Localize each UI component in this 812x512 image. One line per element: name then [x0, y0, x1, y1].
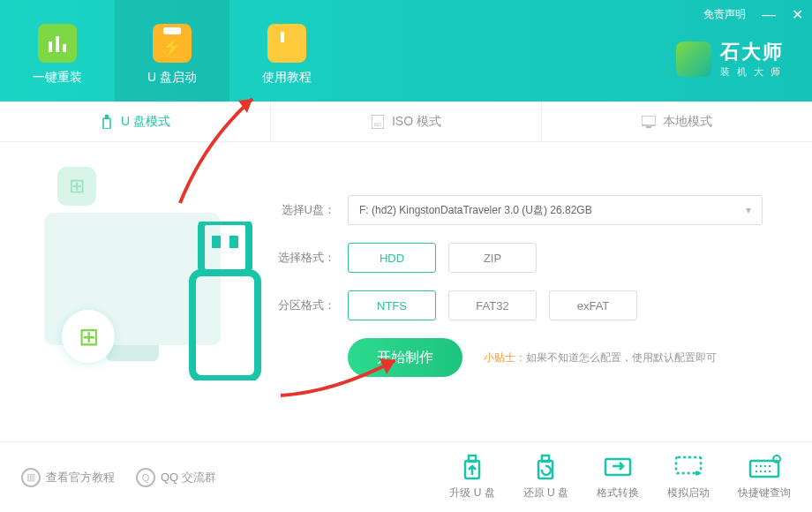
svg-rect-12 [212, 236, 221, 248]
tip-text: 小贴士：如果不知道怎么配置，使用默认配置即可 [484, 350, 717, 365]
main-content: ⊞ ⊞ 选择U盘： F: (hd2) KingstonDataTraveler … [0, 142, 812, 380]
nav-label: U 盘启动 [147, 70, 197, 86]
svg-rect-20 [542, 456, 549, 462]
svg-rect-13 [229, 236, 238, 248]
simulate-boot-button[interactable]: 模拟启动 [667, 454, 710, 501]
usb-plug-icon [185, 222, 265, 380]
restore-usb-button[interactable]: 还原 U 盘 [523, 454, 568, 501]
svg-rect-10 [646, 126, 651, 128]
svg-rect-1 [56, 36, 59, 52]
bottom-bar: ▥ 查看官方教程 Q QQ 交流群 升级 U 盘 还原 U 盘 格式转换 模拟启… [0, 441, 812, 512]
config-form: 选择U盘： F: (hd2) KingstonDataTraveler 3.0 … [274, 160, 786, 380]
nav-reinstall[interactable]: 一键重装 [0, 0, 115, 102]
svg-rect-24 [750, 461, 778, 477]
official-tutorial-link[interactable]: ▥ 查看官方教程 [21, 468, 115, 487]
windows-logo-icon: ⊞ [62, 310, 115, 363]
bar-chart-icon [38, 24, 77, 63]
keyboard-icon [747, 454, 782, 480]
tab-local-mode[interactable]: 本地模式 [542, 102, 812, 141]
iso-icon: ISO [371, 115, 385, 129]
book-open-icon: ▥ [21, 468, 41, 487]
usb-illustration: ⊞ ⊞ [26, 160, 256, 380]
mode-tabs: U 盘模式 ISO ISO 模式 本地模式 [0, 102, 812, 142]
nav-label: 一键重装 [33, 70, 82, 86]
svg-rect-9 [642, 116, 656, 125]
format-label: 选择格式： [274, 250, 335, 266]
svg-rect-0 [49, 41, 52, 52]
usb-shield-icon [153, 24, 192, 63]
svg-rect-5 [103, 118, 110, 129]
svg-rect-2 [63, 44, 66, 52]
minimize-icon[interactable]: — [762, 8, 776, 22]
window-controls: 免责声明 — ✕ [703, 7, 803, 22]
nav-label: 使用教程 [262, 70, 312, 86]
brand-title: 石大师 [720, 39, 787, 65]
tab-usb-mode[interactable]: U 盘模式 [0, 102, 271, 141]
svg-rect-14 [192, 273, 258, 379]
svg-rect-11 [201, 222, 249, 273]
start-button[interactable]: 开始制作 [348, 338, 462, 377]
usb-restore-icon [528, 454, 563, 480]
disclaimer-link[interactable]: 免责声明 [703, 7, 746, 22]
qq-group-link[interactable]: Q QQ 交流群 [136, 468, 216, 487]
nav-tutorial[interactable]: 使用教程 [229, 0, 344, 102]
svg-point-23 [695, 471, 700, 476]
disk-select-value: F: (hd2) KingstonDataTraveler 3.0 (U盘) 2… [359, 203, 592, 218]
tab-label: ISO 模式 [392, 114, 441, 130]
tip-label: 小贴士： [484, 351, 526, 364]
format-convert-button[interactable]: 格式转换 [597, 454, 639, 501]
app-header: 一键重装 U 盘启动 使用教程 免责声明 — ✕ 石大师 装机大师 [0, 0, 812, 102]
upgrade-usb-button[interactable]: 升级 U 盘 [449, 454, 494, 501]
windows-tile-icon: ⊞ [57, 167, 96, 206]
fs-option-exfat[interactable]: exFAT [549, 290, 637, 320]
usb-up-icon [455, 454, 490, 480]
close-icon[interactable]: ✕ [792, 8, 803, 22]
fs-label: 分区格式： [274, 297, 335, 313]
svg-rect-18 [469, 456, 476, 462]
format-option-zip[interactable]: ZIP [448, 243, 537, 273]
svg-rect-22 [676, 457, 701, 473]
disk-select[interactable]: F: (hd2) KingstonDataTraveler 3.0 (U盘) 2… [348, 195, 763, 225]
svg-rect-6 [105, 115, 109, 119]
hotkey-lookup-button[interactable]: 快捷键查询 [738, 454, 791, 501]
select-disk-label: 选择U盘： [274, 202, 335, 218]
tab-iso-mode[interactable]: ISO ISO 模式 [271, 102, 542, 141]
monitor-icon [642, 115, 656, 129]
brand-subtitle: 装机大师 [720, 65, 787, 79]
fs-option-fat32[interactable]: FAT32 [448, 290, 537, 320]
format-option-hdd[interactable]: HDD [348, 243, 436, 273]
svg-rect-3 [277, 32, 297, 55]
tab-label: U 盘模式 [121, 114, 170, 130]
logo-icon [676, 41, 711, 77]
qq-icon: Q [136, 468, 155, 487]
tab-label: 本地模式 [663, 114, 712, 130]
svg-text:ISO: ISO [374, 122, 382, 127]
brand-logo: 石大师 装机大师 [676, 39, 787, 79]
usb-icon [100, 115, 114, 129]
simulate-icon [671, 454, 706, 480]
book-icon [267, 24, 306, 63]
svg-rect-4 [281, 32, 284, 42]
convert-icon [600, 454, 635, 480]
fs-option-ntfs[interactable]: NTFS [348, 290, 436, 320]
nav-usb-boot[interactable]: U 盘启动 [115, 0, 229, 102]
